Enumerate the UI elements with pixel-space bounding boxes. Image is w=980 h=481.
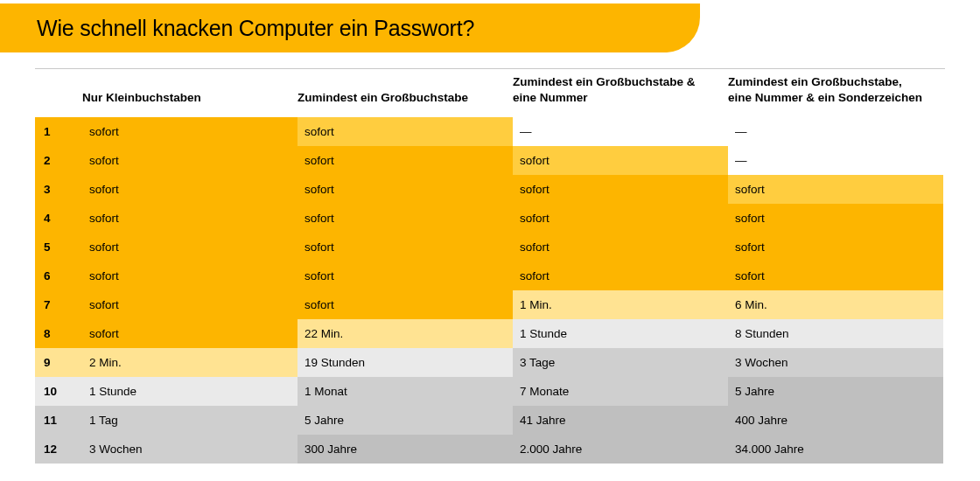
header-col-4: Zumindest ein Großbuchstabe, eine Nummer… bbox=[728, 74, 943, 105]
row-number: 10 bbox=[35, 377, 82, 406]
table-cell: sofort bbox=[298, 204, 513, 233]
row-number: 8 bbox=[35, 319, 82, 348]
table-row: 4sofortsofortsofortsofort bbox=[35, 204, 945, 233]
table-row: 3sofortsofortsofortsofort bbox=[35, 175, 945, 204]
page-title: Wie schnell knacken Computer ein Passwor… bbox=[37, 16, 474, 41]
table-cell: — bbox=[728, 146, 943, 175]
table-body: 1sofortsofort——2sofortsofortsofort—3sofo… bbox=[35, 117, 945, 464]
table-cell: 1 Stunde bbox=[82, 377, 298, 406]
table-row: 8sofort22 Min.1 Stunde8 Stunden bbox=[35, 319, 945, 348]
header-col-2: Zumindest ein Großbuchstabe bbox=[298, 90, 513, 106]
table-cell: 6 Min. bbox=[728, 290, 943, 319]
row-number: 9 bbox=[35, 348, 82, 377]
title-bar: Wie schnell knacken Computer ein Passwor… bbox=[0, 3, 700, 52]
table-cell: 3 Tage bbox=[513, 348, 728, 377]
table-row: 5sofortsofortsofortsofort bbox=[35, 233, 945, 261]
table-cell: sofort bbox=[298, 290, 513, 319]
row-number: 4 bbox=[35, 204, 82, 233]
table-cell: 5 Jahre bbox=[728, 377, 943, 406]
table-cell: 400 Jahre bbox=[728, 406, 943, 435]
table-cell: sofort bbox=[513, 175, 728, 204]
table-cell: 2 Min. bbox=[82, 348, 298, 377]
row-number: 12 bbox=[35, 435, 82, 464]
table-row: 2sofortsofortsofort— bbox=[35, 146, 945, 175]
table-cell: 3 Wochen bbox=[82, 435, 298, 464]
table-cell: 3 Wochen bbox=[728, 348, 943, 377]
table-cell: sofort bbox=[728, 261, 943, 290]
table-cell: 7 Monate bbox=[513, 377, 728, 406]
table-cell: 34.000 Jahre bbox=[728, 435, 943, 464]
table-row: 7sofortsofort1 Min.6 Min. bbox=[35, 290, 945, 319]
row-number: 1 bbox=[35, 117, 82, 146]
table-header: Nur Kleinbuchstaben Zumindest ein Großbu… bbox=[35, 74, 945, 117]
row-number: 3 bbox=[35, 175, 82, 204]
table-cell: sofort bbox=[728, 175, 943, 204]
row-number: 5 bbox=[35, 233, 82, 261]
table-cell: 1 Monat bbox=[298, 377, 513, 406]
table-cell: — bbox=[513, 117, 728, 146]
table-cell: 5 Jahre bbox=[298, 406, 513, 435]
row-number: 7 bbox=[35, 290, 82, 319]
table-cell: 300 Jahre bbox=[298, 435, 513, 464]
table-cell: sofort bbox=[513, 146, 728, 175]
table-cell: sofort bbox=[82, 233, 298, 261]
divider bbox=[35, 68, 945, 69]
table-cell: sofort bbox=[82, 146, 298, 175]
row-number: 6 bbox=[35, 261, 82, 290]
table-cell: sofort bbox=[82, 117, 298, 146]
table-cell: sofort bbox=[728, 204, 943, 233]
table-row: 123 Wochen300 Jahre2.000 Jahre34.000 Jah… bbox=[35, 435, 945, 464]
table-cell: 19 Stunden bbox=[298, 348, 513, 377]
table-cell: 1 Tag bbox=[82, 406, 298, 435]
table-cell: sofort bbox=[298, 261, 513, 290]
table-row: 101 Stunde1 Monat7 Monate5 Jahre bbox=[35, 377, 945, 406]
header-col-3: Zumindest ein Großbuchstabe & eine Numme… bbox=[513, 74, 728, 105]
row-number: 2 bbox=[35, 146, 82, 175]
table-cell: 1 Min. bbox=[513, 290, 728, 319]
table-cell: sofort bbox=[298, 175, 513, 204]
table-cell: sofort bbox=[298, 233, 513, 261]
table-row: 6sofortsofortsofortsofort bbox=[35, 261, 945, 290]
table-cell: sofort bbox=[82, 204, 298, 233]
table-cell: sofort bbox=[728, 233, 943, 261]
table-cell: 41 Jahre bbox=[513, 406, 728, 435]
table-cell: 8 Stunden bbox=[728, 319, 943, 348]
table-row: 111 Tag5 Jahre41 Jahre400 Jahre bbox=[35, 406, 945, 435]
row-number: 11 bbox=[35, 406, 82, 435]
table: Nur Kleinbuchstaben Zumindest ein Großbu… bbox=[35, 68, 945, 464]
header-col-1: Nur Kleinbuchstaben bbox=[82, 90, 298, 106]
table-cell: sofort bbox=[513, 261, 728, 290]
table-cell: 2.000 Jahre bbox=[513, 435, 728, 464]
table-row: 92 Min.19 Stunden3 Tage3 Wochen bbox=[35, 348, 945, 377]
table-cell: — bbox=[728, 117, 943, 146]
table-cell: sofort bbox=[513, 204, 728, 233]
table-cell: sofort bbox=[82, 319, 298, 348]
table-cell: sofort bbox=[298, 117, 513, 146]
table-cell: sofort bbox=[82, 290, 298, 319]
table-cell: 1 Stunde bbox=[513, 319, 728, 348]
table-row: 1sofortsofort—— bbox=[35, 117, 945, 146]
table-cell: sofort bbox=[513, 233, 728, 261]
table-cell: 22 Min. bbox=[298, 319, 513, 348]
table-cell: sofort bbox=[82, 175, 298, 204]
table-cell: sofort bbox=[298, 146, 513, 175]
table-cell: sofort bbox=[82, 261, 298, 290]
